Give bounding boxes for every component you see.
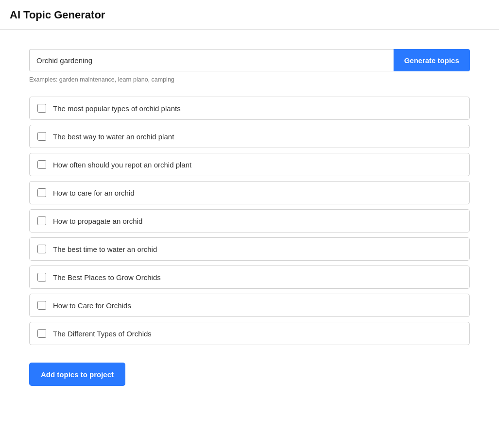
list-item[interactable]: How to Care for Orchids	[29, 294, 470, 317]
topic-label-1: The most popular types of orchid plants	[53, 104, 181, 113]
list-item[interactable]: The most popular types of orchid plants	[29, 97, 470, 120]
topic-checkbox-1[interactable]	[37, 104, 46, 113]
list-item[interactable]: How to care for an orchid	[29, 181, 470, 204]
topic-checkbox-3[interactable]	[37, 160, 46, 169]
topic-label-9: The Different Types of Orchids	[53, 330, 152, 338]
topic-label-3: How often should you repot an orchid pla…	[53, 161, 191, 169]
topic-label-6: The best time to water an orchid	[53, 245, 157, 253]
topic-checkbox-4[interactable]	[37, 188, 46, 197]
topic-checkbox-9[interactable]	[37, 329, 46, 338]
app-header: AI Topic Generator	[0, 0, 499, 30]
list-item[interactable]: How to propagate an orchid	[29, 209, 470, 232]
topic-checkbox-2[interactable]	[37, 132, 46, 141]
topic-label-7: The Best Places to Grow Orchids	[53, 273, 161, 282]
list-item[interactable]: The best time to water an orchid	[29, 237, 470, 261]
topic-checkbox-8[interactable]	[37, 301, 46, 310]
topic-label-5: How to propagate an orchid	[53, 217, 142, 225]
page-title: AI Topic Generator	[10, 9, 489, 21]
search-input[interactable]	[29, 49, 394, 71]
examples-hint: Examples: garden maintenance, learn pian…	[29, 76, 470, 83]
search-row: Generate topics	[29, 49, 470, 71]
list-item[interactable]: How often should you repot an orchid pla…	[29, 153, 470, 176]
main-content: Generate topics Examples: garden mainten…	[0, 30, 499, 405]
topics-list: The most popular types of orchid plantsT…	[29, 97, 470, 345]
topic-label-4: How to care for an orchid	[53, 189, 135, 197]
add-topics-button[interactable]: Add topics to project	[29, 363, 125, 386]
list-item[interactable]: The Best Places to Grow Orchids	[29, 265, 470, 289]
list-item[interactable]: The Different Types of Orchids	[29, 322, 470, 345]
generate-topics-button[interactable]: Generate topics	[394, 49, 470, 71]
topic-label-8: How to Care for Orchids	[53, 301, 131, 310]
topic-label-2: The best way to water an orchid plant	[53, 133, 174, 141]
list-item[interactable]: The best way to water an orchid plant	[29, 125, 470, 148]
topic-checkbox-5[interactable]	[37, 216, 46, 225]
topic-checkbox-6[interactable]	[37, 245, 46, 253]
topic-checkbox-7[interactable]	[37, 273, 46, 282]
